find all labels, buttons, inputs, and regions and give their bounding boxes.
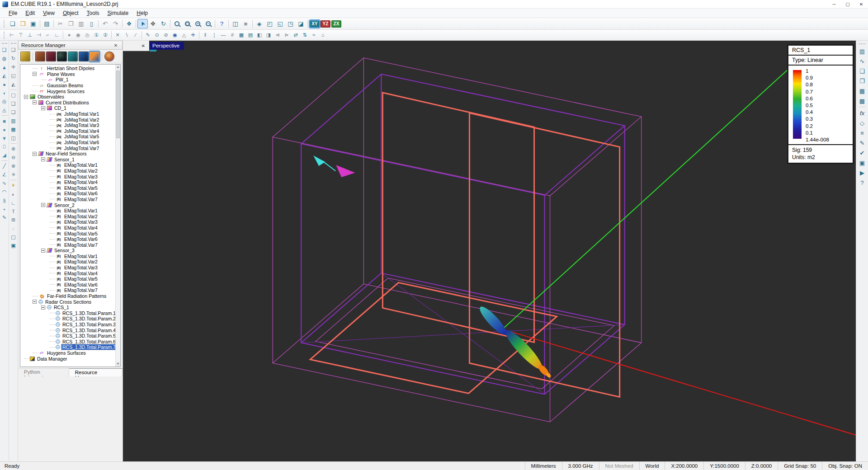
module-planar-mom[interactable] [46,52,56,61]
cut-geometry-button[interactable]: ✕ [113,31,122,39]
tree-item[interactable]: Huygens Sources [20,88,115,94]
module-physical-optics[interactable] [57,52,67,61]
tree-item[interactable]: PW_1 [20,77,115,83]
swap-v-button[interactable]: ⇅ [300,31,309,39]
panel-left-button[interactable]: ◧ [255,31,264,39]
xy-plane-button[interactable]: XY [310,20,320,28]
tree-item[interactable]: EMagTotal.Var3 [20,219,115,225]
ring-op-button[interactable]: ⊘ [161,31,170,39]
offset-button[interactable]: ◫ [9,134,18,142]
home-view-button[interactable]: ⌂ [318,31,327,39]
tree-item[interactable]: EMagTotal.Var6 [20,236,115,242]
scroll-up-icon[interactable]: ▲ [116,65,120,70]
draw-cone-tool[interactable]: ▲ [0,63,9,71]
tree-item[interactable]: RCS_1.3D.Total.Param.3 [20,322,115,328]
export-part-button[interactable]: ❏ [9,46,18,54]
draw-polyline-tool[interactable]: ∠ [0,170,9,179]
tree-item[interactable]: JsMagTotal.Var5 [20,134,115,140]
new-project-button[interactable]: ❏ [7,19,18,28]
draw-tetrahedron-tool[interactable]: ◬ [0,106,9,114]
tree-item[interactable]: EMagTotal.Var7 [20,197,115,202]
scale-object-button[interactable]: ◱ [9,71,18,80]
cone-marker-button[interactable]: ◬ [179,31,189,39]
tree-item[interactable]: EMagTotal.Var7 [20,287,115,293]
menu-tools[interactable]: Tools [83,9,104,17]
snap-edge-button[interactable]: ⊤ [16,31,25,39]
viewport[interactable]: ✕ Perspective RCS_1 Type: Linear 10.90.8… [123,41,856,461]
view-side-button[interactable]: ◳ [285,19,296,28]
measure-ruler-button[interactable]: ▥ [857,46,867,56]
menu-simulate[interactable]: Simulate [104,9,133,17]
status-obj-snap-on[interactable]: Obj. Snap: ON [822,462,868,470]
boolean-subtract-button[interactable]: ⊖ [9,153,18,162]
tree-item[interactable]: RCS_1.3D.Total.Param.1 [20,310,115,316]
module-visualization[interactable] [104,52,114,61]
close-button[interactable]: ✕ [854,0,868,8]
draw-circle-tool[interactable]: ● [0,125,9,134]
grid-coarse-button[interactable]: ▦ [237,31,246,39]
menu-object[interactable]: Object [59,9,83,17]
toolbar-grip[interactable] [4,20,5,28]
view-front-button[interactable]: ◱ [275,19,285,28]
boundary-conditions-button[interactable]: ❐ [857,76,867,86]
boolean-union-button[interactable]: ⊕ [9,145,18,153]
tree-item[interactable]: RCS_1.3D.Total.Param.2 [20,316,115,322]
align-bottom-button[interactable]: ∟ [52,31,61,39]
group-button[interactable]: ❑ [9,99,18,108]
expander-minus-icon[interactable] [41,157,45,161]
tree-item[interactable]: RCS_1 [20,305,115,310]
viewport-1-button[interactable]: ① [92,31,101,39]
tree-item[interactable]: EMagTotal.Var2 [20,213,115,219]
view-iso-button[interactable]: ◪ [296,19,306,28]
tree-item[interactable]: EMagTotal.Var2 [20,168,115,174]
snap-vertex-button[interactable]: ⊢ [7,31,16,39]
draw-ellipse-tool[interactable]: ⬯ [0,142,9,151]
edit-curve-button[interactable]: ✎ [143,31,152,39]
slice-button[interactable]: ∖ [122,31,131,39]
perspective-view-tab[interactable]: Perspective [150,42,184,50]
pan-tool-button[interactable]: ✥ [148,19,158,28]
boolean-intersect-button[interactable]: ⊗ [9,162,18,170]
tree-item[interactable]: EMagTotal.Var5 [20,185,115,191]
vertical-axis-button[interactable]: ✛ [189,31,198,39]
tree-item[interactable]: EMagTotal.Var5 [20,276,115,282]
parametric-sweep-button[interactable]: ◇ [857,118,867,128]
menu-file[interactable]: File [5,9,21,17]
menu-view[interactable]: View [39,9,59,17]
export-image-button[interactable]: ▣ [857,158,867,168]
module-planner[interactable] [79,52,89,61]
union-op-button[interactable]: ◉ [74,31,83,39]
tree-scrollbar[interactable]: ▲ ▼ [115,65,120,367]
tree-item[interactable]: EMagTotal.Var2 [20,259,115,265]
tree-item[interactable]: EMagTotal.Var4 [20,270,115,276]
swap-h-button[interactable]: ⇄ [291,31,300,39]
rotate-object-button[interactable]: ↻ [9,54,18,63]
tree-item[interactable]: CD_1 [20,105,115,111]
draw-point-tool[interactable]: • [0,205,9,213]
expander-minus-icon[interactable] [33,152,37,156]
zoom-in-button[interactable]: + [193,19,203,28]
module-fdtd[interactable] [20,52,30,61]
explode-button[interactable]: ✳ [9,170,18,179]
ungroup-button[interactable]: ❏ [9,108,18,117]
frequency-sweep-button[interactable]: ∿ [857,56,867,66]
draw-box-tool[interactable]: ❑ [0,46,9,54]
distance-h-button[interactable]: ‖ [201,31,210,39]
viewport-layout-button[interactable]: ◫ [230,19,241,28]
snap-toggle-button[interactable]: ⊞ [9,216,18,224]
select-tool-button[interactable]: ➤ [137,19,148,28]
draw-arc-tool[interactable]: ◠ [0,188,9,196]
link-views-button[interactable]: ≈ [309,31,318,39]
array-linear-button[interactable]: ▥ [9,117,18,125]
merge-button[interactable]: ∕ [131,31,140,39]
module-propagation[interactable] [35,52,45,61]
mesh-view-button[interactable]: ▩ [857,96,867,106]
draw-sphere-tool[interactable]: ● [0,80,9,89]
tree-item[interactable]: EMagTotal.Var1 [20,162,115,168]
tree-item[interactable]: Gaussian Beams [20,83,115,89]
table-view-button[interactable]: ▤ [246,31,255,39]
cut-button[interactable]: ✂ [55,19,66,28]
tree-item[interactable]: EMagTotal.Var3 [20,174,115,179]
flag-right-button[interactable]: ⊳ [282,31,291,39]
expander-minus-icon[interactable] [33,300,37,304]
